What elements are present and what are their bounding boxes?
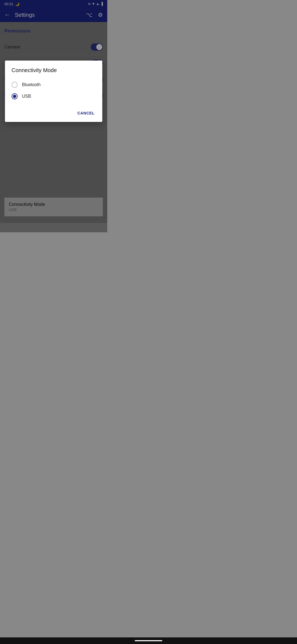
dialog-actions: CANCEL — [12, 107, 96, 118]
bluetooth-label: Bluetooth — [22, 82, 41, 87]
usb-radio[interactable] — [12, 93, 18, 99]
cancel-button[interactable]: CANCEL — [76, 109, 96, 118]
bluetooth-option[interactable]: Bluetooth — [12, 79, 96, 91]
connectivity-mode-dialog: Connectivity Mode Bluetooth USB CANCEL — [5, 61, 102, 122]
usb-label: USB — [22, 94, 31, 99]
bluetooth-radio[interactable] — [12, 82, 18, 88]
dialog-title: Connectivity Mode — [12, 67, 96, 73]
usb-option[interactable]: USB — [12, 91, 96, 102]
